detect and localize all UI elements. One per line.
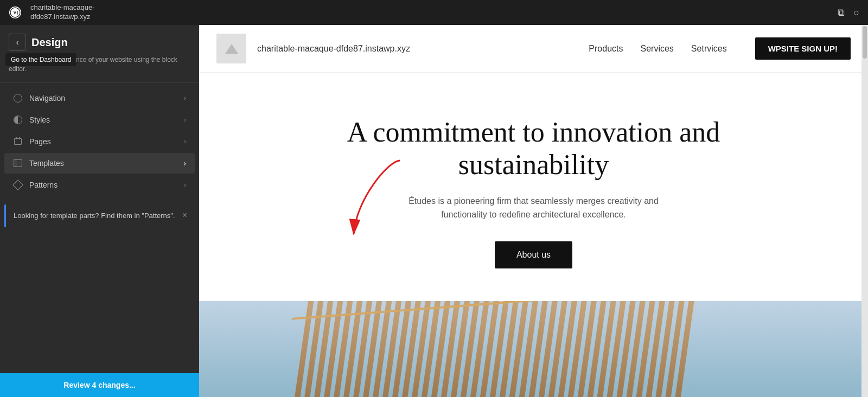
patterns-label: Patterns [29,181,177,189]
site-name: charitable-macaque- dfde87.instawp.xyz [30,3,95,22]
patterns-icon [13,180,23,190]
back-button[interactable]: ‹ [9,34,26,51]
sidebar-item-navigation[interactable]: Navigation › [4,88,195,108]
admin-bar: charitable-macaque- dfde87.instawp.xyz ⧉… [0,0,868,25]
website-header: charitable-macaque-dfde87.instawp.xyz Pr… [199,25,868,73]
sidebar-item-templates[interactable]: Templates › [4,153,195,174]
pages-icon [13,137,23,146]
svg-rect-2 [14,159,16,167]
nav-link-services[interactable]: Services [641,44,674,54]
svg-rect-1 [14,159,22,167]
styles-icon [13,115,23,125]
templates-icon [13,158,23,168]
scrollbar[interactable] [861,25,868,397]
sidebar-header: ‹ Design Go to the Dashboard [0,25,199,55]
main-layout: ‹ Design Go to the Dashboard Customize t… [0,25,868,397]
preview-area: charitable-macaque-dfde87.instawp.xyz Pr… [199,25,868,397]
templates-arrow: › [183,159,186,168]
notice-text: Looking for template parts? Find them in… [14,211,178,221]
patterns-arrow: › [184,181,186,189]
sidebar-item-styles[interactable]: Styles › [4,110,195,130]
building-section [199,301,868,397]
sidebar-divider [0,82,199,83]
template-notice: Looking for template parts? Find them in… [4,204,195,227]
hero-subtitle: Études is a pioneering firm that seamles… [393,194,675,222]
building-facade-svg [199,301,868,397]
site-logo [216,34,246,63]
site-domain: charitable-macaque-dfde87.instawp.xyz [257,44,410,54]
templates-label: Templates [29,159,177,168]
pages-arrow: › [184,138,186,145]
scrollbar-thumb[interactable] [863,26,867,59]
notice-close-button[interactable]: × [182,211,187,220]
navigation-label: Navigation [29,94,177,103]
wp-logo[interactable] [7,4,24,21]
sidebar-item-patterns[interactable]: Patterns › [4,175,195,195]
nav-link-products[interactable]: Products [589,44,623,54]
sidebar-title: Design [31,36,68,49]
search-icon[interactable]: ○ [851,5,861,21]
admin-bar-icons: ⧉ ○ [835,5,861,21]
nav-link-setrvices[interactable]: Setrvices [691,44,727,54]
about-button[interactable]: About us [495,241,572,268]
pages-label: Pages [29,137,177,146]
signup-button[interactable]: WPSITE SIGN UP! [755,37,851,60]
navigation-arrow: › [184,94,186,102]
sidebar: ‹ Design Go to the Dashboard Customize t… [0,25,199,397]
styles-label: Styles [29,116,177,124]
navigation-icon [13,93,23,103]
website-nav: Products Services Setrvices [589,44,726,54]
hero-section: A commitment to innovation and sustainab… [199,73,868,301]
sidebar-subtitle: Customize the appearance of your website… [0,55,199,82]
building-image [199,301,868,397]
review-button[interactable]: Review 4 changes... [0,373,199,397]
hero-title: A commitment to innovation and sustainab… [344,116,724,181]
styles-arrow: › [184,116,186,124]
sidebar-item-pages[interactable]: Pages › [4,131,195,152]
external-link-icon[interactable]: ⧉ [835,5,847,21]
